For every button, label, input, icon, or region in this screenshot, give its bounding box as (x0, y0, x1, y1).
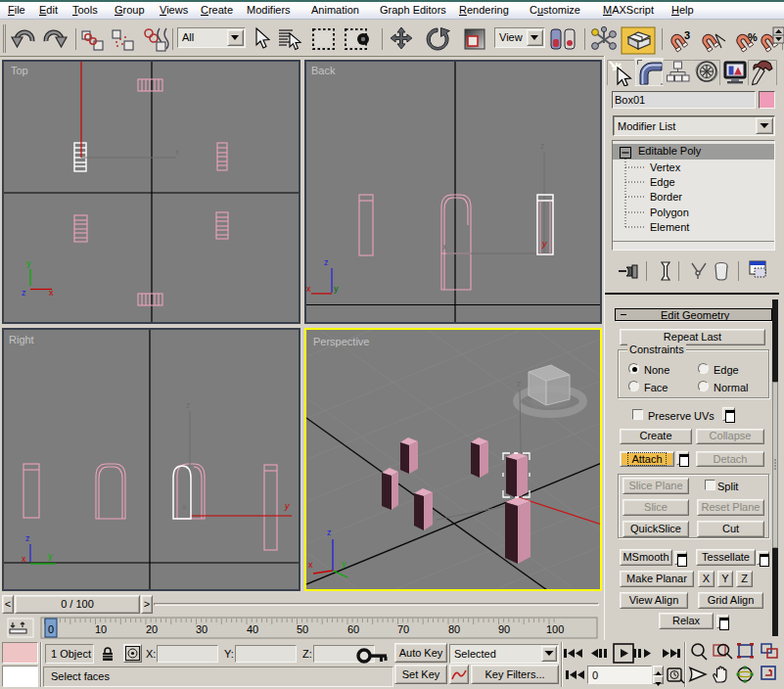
svg-text:x: x (182, 502, 187, 512)
svg-text:y: y (541, 239, 547, 249)
svg-text:x: x (308, 560, 313, 570)
svg-text:x: x (22, 554, 26, 564)
svg-text:Top: Top (11, 65, 28, 76)
svg-text:Perspective: Perspective (313, 336, 369, 347)
svg-text:Back: Back (311, 65, 336, 76)
svg-text:x: x (49, 288, 54, 298)
svg-text:z: z (324, 257, 329, 267)
svg-text:3: 3 (684, 29, 690, 41)
svg-text:x: x (442, 242, 447, 252)
svg-text:z: z (517, 379, 522, 389)
svg-text:y: y (334, 284, 339, 294)
svg-text:Right: Right (9, 334, 34, 345)
svg-text:y: y (26, 258, 31, 268)
svg-text:z: z (540, 141, 545, 151)
svg-text:z: z (25, 533, 30, 543)
svg-text:y: y (48, 551, 53, 561)
svg-text:z: z (22, 288, 26, 298)
svg-text:x: x (306, 284, 311, 294)
svg-text:%: % (748, 31, 758, 43)
svg-text:x: x (175, 147, 180, 157)
svg-text:y: y (342, 559, 346, 569)
svg-text:z: z (327, 528, 332, 537)
svg-text:z: z (186, 400, 191, 410)
svg-text:y: y (284, 501, 290, 511)
